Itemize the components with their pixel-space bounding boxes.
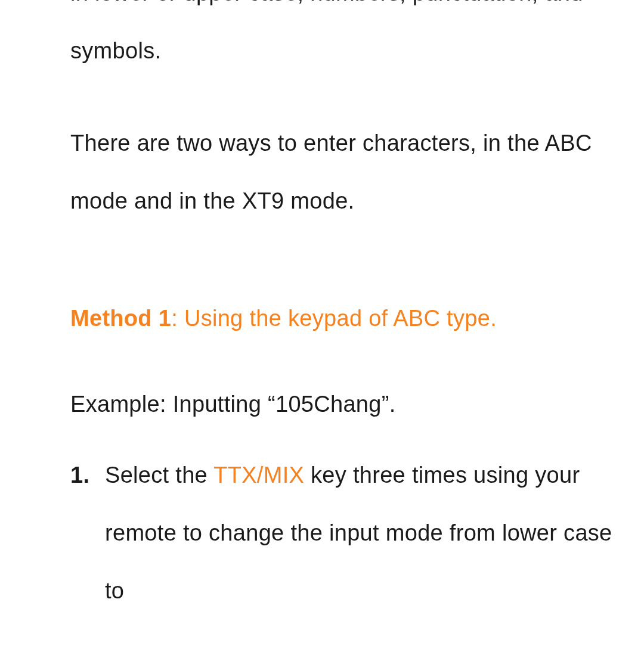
method-label: Method 1 — [70, 306, 171, 331]
ttx-mix-key: TTX/MIX — [213, 463, 304, 488]
method-title: Using the keypad of ABC type. — [184, 306, 497, 331]
method-separator: : — [171, 306, 184, 331]
method-heading: Method 1: Using the keypad of ABC type. — [70, 290, 626, 347]
intro-paragraph-2: There are two ways to enter characters, … — [70, 114, 626, 230]
example-text: Example: Inputting “105Chang”. — [70, 375, 626, 433]
step-marker: 1. — [70, 446, 89, 504]
intro-paragraph-1: in lower or upper case, numbers, punctua… — [70, 0, 626, 80]
step-1: 1. Select the TTX/MIX key three times us… — [70, 446, 626, 620]
step-text-before: Select the — [105, 463, 213, 488]
